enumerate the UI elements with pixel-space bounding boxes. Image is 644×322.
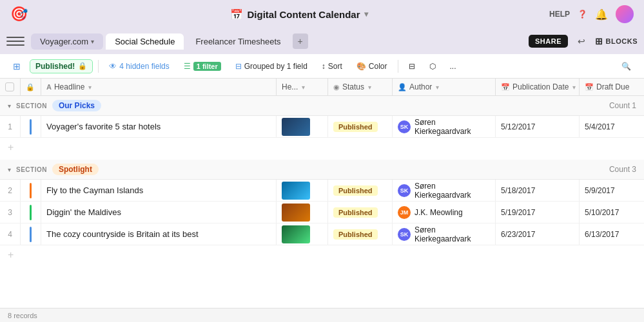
help-icon[interactable]: ❓ — [578, 10, 587, 19]
col-header-pub-date[interactable]: 📅 Publication Date ▾ — [496, 79, 580, 95]
filter-button[interactable]: ☰ 1 filter — [179, 59, 226, 73]
row-height-icon: ⊟ — [409, 62, 415, 71]
col-header-headline[interactable]: A Headline ▾ — [41, 79, 277, 95]
published-label: Published! — [35, 62, 75, 71]
status-sort-icon: ▾ — [368, 84, 371, 91]
row-pub-date-3[interactable]: 5/19/2017 — [496, 202, 580, 223]
col-header-status[interactable]: ◉ Status ▾ — [328, 79, 393, 95]
row-status-3[interactable]: Published — [328, 202, 393, 223]
tab-social[interactable]: Social Schedule — [106, 33, 184, 50]
row-draft-due-3[interactable]: 5/10/2017 — [580, 202, 644, 223]
sort-button[interactable]: ↕ Sort — [317, 59, 347, 73]
row-height-button[interactable]: ⊟ — [404, 59, 420, 73]
status-col-label: Status — [342, 82, 364, 91]
row-author-4[interactable]: SK Søren Kierkegaardvark — [393, 223, 496, 245]
status-badge-3: Published — [333, 207, 378, 218]
add-tab-button[interactable]: + — [293, 33, 308, 49]
section-our-picks-tag[interactable]: Our Picks — [52, 100, 101, 111]
row-headline-2[interactable]: Fly to the Cayman Islands — [41, 180, 277, 201]
row-check-4[interactable] — [21, 223, 41, 245]
headline-text-1: Voyager's favorite 5 star hotels — [46, 122, 161, 131]
row-draft-due-4[interactable]: 6/13/2017 — [580, 223, 644, 245]
select-all-checkbox[interactable] — [5, 82, 14, 91]
row-check-2[interactable] — [21, 180, 41, 201]
author-name-1: Søren Kierkegaardvark — [415, 118, 490, 136]
author-type-icon: 👤 — [398, 83, 407, 91]
row-status-2[interactable]: Published — [328, 180, 393, 201]
hamburger-menu[interactable] — [6, 32, 24, 50]
text-type-icon: A — [46, 83, 52, 91]
row-draft-due-1[interactable]: 5/4/2017 — [580, 116, 644, 137]
help-label[interactable]: HELP — [549, 10, 570, 19]
row-status-4[interactable]: Published — [328, 223, 393, 245]
workspace-dropdown[interactable]: ▾ — [91, 38, 94, 45]
add-icon-spotlight: + — [8, 249, 14, 261]
group-button[interactable]: ⊟ Grouped by 1 field — [230, 59, 313, 73]
col-header-draft-due[interactable]: 📅 Draft Due — [580, 79, 644, 95]
group-label: Grouped by 1 field — [244, 62, 307, 71]
row-draft-due-2[interactable]: 5/9/2017 — [580, 180, 644, 201]
bell-icon[interactable]: 🔔 — [595, 8, 608, 21]
search-button[interactable]: 🔍 — [616, 59, 636, 73]
thumbnail-4 — [282, 225, 310, 243]
row-author-3[interactable]: JM J.K. Meowling — [393, 202, 496, 223]
blocks-button[interactable]: ⊞ BLOCKS — [595, 36, 638, 46]
col-header-lock: 🔒 — [21, 79, 41, 95]
title-dropdown-icon[interactable]: ▾ — [364, 10, 368, 19]
col-header-check[interactable] — [0, 79, 21, 95]
col-header-he[interactable]: He... ▾ — [277, 79, 328, 95]
separator-1 — [98, 60, 99, 73]
thumbnail-2 — [282, 182, 310, 200]
row-check-1[interactable] — [21, 116, 41, 137]
section-spotlight-tag[interactable]: Spotlight — [52, 164, 99, 175]
group-icon: ⊟ — [235, 62, 242, 71]
row-author-2[interactable]: SK Søren Kierkegaardvark — [393, 180, 496, 201]
author-avatar-1: SK — [398, 120, 411, 133]
section-spotlight-count: Count 3 — [609, 165, 636, 174]
sort-icon: ↕ — [322, 62, 326, 71]
toolbar: ⊞ Published! 🔒 👁 4 hidden fields ☰ 1 fil… — [0, 54, 644, 79]
row-check-3[interactable] — [21, 202, 41, 223]
row-headline-3[interactable]: Diggin' the Maldives — [41, 202, 277, 223]
view-type-button[interactable]: ⊞ — [8, 59, 26, 74]
color-icon: 🎨 — [356, 62, 366, 71]
row-pub-date-2[interactable]: 5/18/2017 — [496, 180, 580, 201]
row-num-3: 3 — [0, 202, 21, 223]
view-name-badge[interactable]: Published! 🔒 — [30, 59, 93, 73]
section-our-picks-count: Count 1 — [609, 101, 636, 110]
author-avatar-4: SK — [398, 228, 411, 241]
col-sort-icon: ▾ — [88, 84, 92, 91]
avatar[interactable] — [616, 5, 634, 23]
col-header-author[interactable]: 👤 Author ▾ — [393, 79, 496, 95]
row-headline-1[interactable]: Voyager's favorite 5 star hotels — [41, 116, 277, 137]
headline-text-3: Diggin' the Maldives — [46, 207, 121, 217]
row-status-1[interactable]: Published — [328, 116, 393, 137]
hidden-fields-button[interactable]: 👁 4 hidden fields — [104, 59, 174, 73]
section-our-picks-chevron[interactable]: ▾ — [8, 102, 11, 109]
filter-icon: ☰ — [184, 62, 191, 71]
author-cell-3: JM J.K. Meowling — [398, 206, 463, 219]
tab-freelancer-label: Freelancer Timesheets — [195, 37, 280, 46]
row-pub-date-1[interactable]: 5/12/2017 — [496, 116, 580, 137]
pub-date-col-label: Publication Date — [512, 82, 569, 91]
more-button[interactable]: ... — [445, 59, 462, 73]
table-row: 3 Diggin' the Maldives Published JM J.K.… — [0, 202, 644, 223]
share-button[interactable]: SHARE — [529, 35, 568, 48]
section-spotlight-chevron[interactable]: ▾ — [8, 166, 11, 173]
tab-workspace[interactable]: Voyager.com ▾ — [31, 33, 103, 50]
add-row-spotlight[interactable]: + — [0, 245, 644, 265]
history-button[interactable]: ↩ — [573, 33, 590, 50]
add-row-our-picks[interactable]: + — [0, 138, 644, 157]
row-author-1[interactable]: SK Søren Kierkegaardvark — [393, 116, 496, 137]
app-logo[interactable]: 🎯 — [10, 6, 28, 23]
tab-freelancer[interactable]: Freelancer Timesheets — [186, 33, 289, 50]
color-label: Color — [369, 62, 387, 71]
status-badge-1: Published — [333, 122, 378, 132]
calendar-icon: 📅 — [230, 8, 243, 21]
share-view-button[interactable]: ⬡ — [424, 59, 441, 73]
color-button[interactable]: 🎨 Color — [351, 59, 393, 73]
spotlight-count-label: Count — [609, 165, 630, 174]
author-sort-icon: ▾ — [436, 84, 439, 91]
row-pub-date-4[interactable]: 6/23/2017 — [496, 223, 580, 245]
row-headline-4[interactable]: The cozy countryside is Britain at its b… — [41, 223, 277, 245]
